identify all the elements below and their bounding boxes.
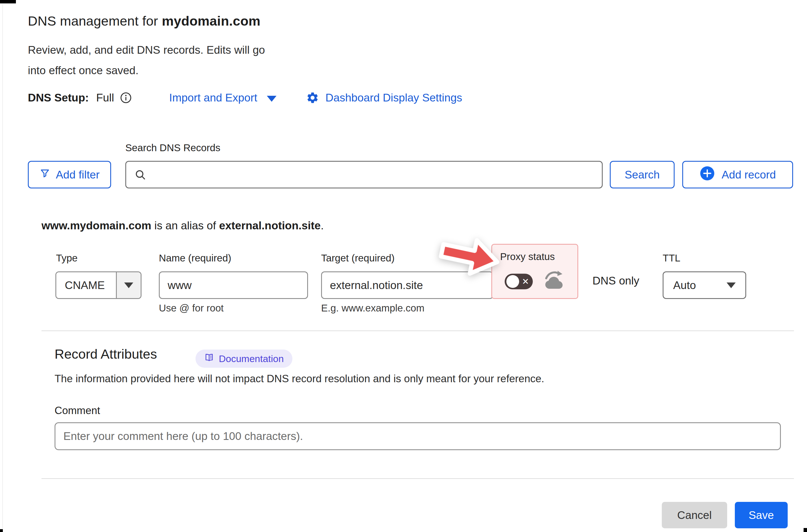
alias-sentence: www.mydomain.com is an alias of external… <box>41 220 324 232</box>
search-input-wrap <box>125 161 603 188</box>
chevron-down-icon <box>117 272 141 298</box>
funnel-icon <box>39 168 50 181</box>
alias-middle: is an alias of <box>151 220 219 232</box>
type-select[interactable]: CNAME <box>55 271 141 299</box>
proxy-state-text: DNS only <box>593 274 639 287</box>
type-select-value: CNAME <box>56 272 117 298</box>
page-subtitle-line1: Review, add, and edit DNS records. Edits… <box>28 43 265 57</box>
chevron-down-icon <box>727 283 736 288</box>
page-title: DNS management for mydomain.com <box>28 13 261 29</box>
documentation-badge[interactable]: Documentation <box>195 349 292 368</box>
target-label: Target (required) <box>321 252 395 264</box>
type-label: Type <box>56 252 78 264</box>
alias-host: www.mydomain.com <box>41 220 151 232</box>
add-filter-button[interactable]: Add filter <box>28 161 111 188</box>
import-export-link[interactable]: Import and Export <box>169 92 276 104</box>
cloud-arrow-icon <box>543 270 566 290</box>
add-record-label: Add record <box>722 169 776 181</box>
add-record-button[interactable]: Add record <box>682 161 793 188</box>
cancel-button[interactable]: Cancel <box>662 502 727 528</box>
screenshot-artifact <box>0 0 16 3</box>
target-hint: E.g. www.example.com <box>321 302 424 314</box>
dns-setup-label: DNS Setup: <box>28 92 89 104</box>
dashboard-display-settings-link[interactable]: Dashboard Display Settings <box>325 92 462 104</box>
info-circle-icon[interactable] <box>120 92 132 104</box>
page-title-domain: mydomain.com <box>162 13 260 28</box>
footer-divider <box>41 478 794 479</box>
plus-circle-icon <box>699 166 715 184</box>
page-title-prefix: DNS management for <box>28 13 162 28</box>
comment-input[interactable] <box>55 422 781 450</box>
screenshot-artifact <box>0 529 3 532</box>
name-label: Name (required) <box>159 252 231 264</box>
name-hint: Use @ for root <box>159 302 224 314</box>
dns-setup-row: DNS Setup: Full Import and Export Dashbo… <box>28 90 462 105</box>
search-records-label: Search DNS Records <box>125 142 220 153</box>
ttl-select[interactable]: Auto <box>662 271 746 299</box>
proxy-status-label: Proxy status <box>500 251 555 262</box>
ttl-select-value: Auto <box>673 279 696 291</box>
search-button[interactable]: Search <box>610 161 675 188</box>
dns-setup-value: Full <box>96 92 114 104</box>
section-divider <box>41 330 794 331</box>
page-subtitle-line2: into effect once saved. <box>28 64 139 78</box>
screenshot-artifact <box>804 528 807 532</box>
window-edge-line <box>2 4 3 532</box>
alias-target: external.notion.site <box>219 220 321 232</box>
toggle-x-glyph: ✕ <box>522 276 529 286</box>
search-icon <box>134 169 147 181</box>
toggle-knob <box>506 275 519 288</box>
record-attributes-description: The information provided here will not i… <box>55 373 544 385</box>
chevron-down-icon <box>267 96 276 102</box>
proxy-toggle-off[interactable]: ✕ <box>505 274 533 289</box>
import-export-label: Import and Export <box>169 92 257 104</box>
dns-management-page: { "header": { "title_prefix": "DNS manag… <box>0 0 807 532</box>
documentation-label: Documentation <box>219 353 284 364</box>
add-filter-label: Add filter <box>56 169 100 181</box>
alias-period: . <box>321 220 324 232</box>
gear-icon <box>306 91 319 104</box>
save-button[interactable]: Save <box>735 502 788 528</box>
book-icon <box>204 353 214 365</box>
name-input[interactable] <box>159 271 308 299</box>
search-input[interactable] <box>147 164 602 185</box>
record-attributes-heading: Record Attributes <box>55 346 157 362</box>
ttl-label: TTL <box>662 252 680 264</box>
comment-label: Comment <box>55 405 100 417</box>
